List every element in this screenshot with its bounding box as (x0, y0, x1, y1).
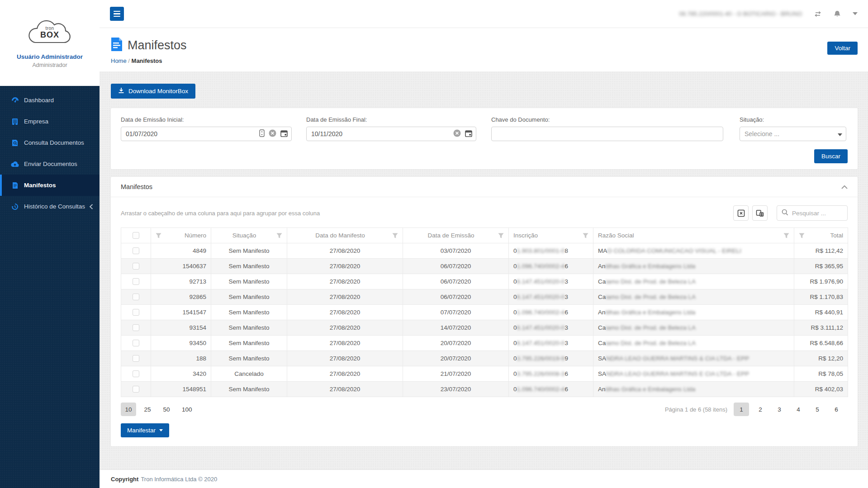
checkbox[interactable] (133, 370, 139, 377)
filters-card: Data de Emissão Inicial: (111, 108, 858, 169)
cell-total: R$ 3.111,12 (794, 320, 848, 336)
emissao-inicial-input[interactable] (126, 130, 259, 137)
page-2[interactable]: 2 (753, 403, 768, 416)
cell-data_manifesto: 27/08/2020 (287, 259, 403, 274)
column-header-razao_social[interactable]: Razão Social (593, 228, 794, 243)
checkbox[interactable] (133, 386, 139, 393)
date-stepper-icon[interactable] (259, 129, 265, 139)
table-row[interactable]: 3420Cancelado27/08/202021/07/202003.795.… (121, 366, 848, 382)
column-header-data_emissao[interactable]: Data de Emissão (403, 228, 509, 243)
page-5[interactable]: 5 (810, 403, 825, 416)
bell-icon[interactable] (834, 10, 841, 18)
filter-funnel-icon[interactable] (583, 233, 588, 238)
buscar-button[interactable]: Buscar (814, 149, 848, 163)
page-6[interactable]: 6 (829, 403, 844, 416)
cell-total: R$ 12,20 (794, 351, 848, 366)
checkbox[interactable] (133, 355, 139, 362)
sidebar-item-dashboard[interactable]: Dashboard (0, 90, 100, 111)
pager: 102550100 Página 1 de 6 (58 itens) 12345… (121, 403, 848, 416)
cell-data_emissao: 06/07/2020 (403, 274, 509, 289)
filter-funnel-icon[interactable] (498, 233, 504, 238)
sidebar-item-empresa[interactable]: Empresa (0, 111, 100, 132)
sidebar: tron BOX Usuário Administrador Administr… (0, 0, 100, 488)
filter-funnel-icon[interactable] (276, 233, 282, 238)
manifestar-caret-icon (159, 429, 163, 431)
checkbox[interactable] (133, 278, 139, 285)
checkbox[interactable] (133, 263, 139, 270)
page-4[interactable]: 4 (791, 403, 806, 416)
clear-date-icon[interactable] (453, 129, 461, 139)
checkbox[interactable] (133, 247, 139, 254)
emissao-final-input[interactable] (311, 130, 453, 137)
column-header-situacao[interactable]: Situação (211, 228, 287, 243)
cell-inscricao: 06.147.451/0020-03 (509, 274, 593, 289)
manifestos-table: NúmeroSituaçãoData do ManifestoData de E… (121, 227, 848, 397)
checkbox[interactable] (133, 340, 139, 346)
page-size-25[interactable]: 25 (140, 403, 155, 416)
cell-data_emissao: 07/07/2020 (403, 305, 509, 320)
checkbox[interactable] (133, 324, 139, 331)
user-menu-caret-icon[interactable] (853, 12, 858, 15)
select-all-checkbox[interactable] (121, 228, 151, 243)
calendar-icon[interactable] (465, 129, 472, 139)
calendar-icon[interactable] (280, 129, 288, 139)
content: Download MonitorBox Data de Emissão Inic… (100, 71, 868, 469)
cell-data_emissao: 20/07/2020 (403, 336, 509, 351)
cell-situacao: Sem Manifesto (211, 274, 287, 289)
checkbox[interactable] (133, 309, 139, 316)
table-row[interactable]: 4849Sem Manifesto27/08/202003/07/202001.… (121, 243, 848, 259)
breadcrumb-current: Manifestos (132, 57, 162, 64)
page-3[interactable]: 3 (772, 403, 787, 416)
column-header-data_manifesto[interactable]: Data do Manifesto (287, 228, 403, 243)
download-monitorbox-button[interactable]: Download MonitorBox (111, 84, 195, 99)
sidebar-item-consulta-documentos[interactable]: Consulta Documentos (0, 132, 100, 153)
table-row[interactable]: 1548951Sem Manifesto27/08/202023/07/2020… (121, 382, 848, 397)
grid-search-input[interactable] (792, 210, 843, 217)
table-row[interactable]: 93450Sem Manifesto27/08/202020/07/202006… (121, 336, 848, 351)
cell-data_emissao: 14/07/2020 (403, 320, 509, 336)
table-row[interactable]: 92713Sem Manifesto27/08/202006/07/202006… (121, 274, 848, 289)
sync-icon[interactable] (814, 10, 822, 18)
filter-funnel-icon[interactable] (783, 233, 789, 238)
page-size-10[interactable]: 10 (121, 403, 136, 416)
cell-data_emissao: 06/07/2020 (403, 259, 509, 274)
sidebar-item-historico-de-consultas[interactable]: Histórico de Consultas (0, 196, 100, 217)
checkbox[interactable] (133, 232, 139, 239)
checkbox[interactable] (133, 294, 139, 300)
filter-funnel-icon[interactable] (392, 233, 398, 238)
breadcrumb-home-link[interactable]: Home (111, 57, 127, 64)
column-header-inscricao[interactable]: Inscrição (509, 228, 593, 243)
table-row[interactable]: 92865Sem Manifesto27/08/202006/07/202006… (121, 289, 848, 305)
cell-inscricao: 01.903.801/0001-08 (509, 243, 593, 259)
row-select-cell (121, 305, 151, 320)
chave-documento-input[interactable] (496, 130, 719, 137)
page-size-100[interactable]: 100 (178, 403, 196, 416)
table-row[interactable]: 1540637Sem Manifesto27/08/202006/07/2020… (121, 259, 848, 274)
hamburger-menu-button[interactable] (110, 7, 124, 21)
cell-situacao: Cancelado (211, 366, 287, 382)
clear-date-icon[interactable] (269, 129, 276, 139)
voltar-button[interactable]: Voltar (827, 42, 858, 55)
sidebar-item-enviar-documentos[interactable]: Enviar Documentos (0, 153, 100, 175)
table-row[interactable]: 93154Sem Manifesto27/08/202014/07/202006… (121, 320, 848, 336)
manifestar-button[interactable]: Manifestar (121, 423, 169, 437)
collapse-panel-icon[interactable] (841, 185, 848, 189)
filter-funnel-icon[interactable] (799, 233, 805, 238)
cell-numero: 1540637 (151, 259, 211, 274)
filter-funnel-icon[interactable] (156, 233, 161, 238)
page-size-50[interactable]: 50 (159, 403, 174, 416)
export-excel-button[interactable] (733, 205, 749, 221)
column-chooser-button[interactable] (752, 205, 768, 221)
cell-total: R$ 1.170,83 (794, 289, 848, 305)
column-header-numero[interactable]: Número (151, 228, 211, 243)
row-select-cell (121, 259, 151, 274)
sidebar-item-manifestos[interactable]: Manifestos (0, 175, 100, 196)
table-row[interactable]: 188Sem Manifesto27/08/202020/07/202003.7… (121, 351, 848, 366)
emissao-final-label: Data de Emissão Final: (306, 116, 476, 123)
page-1[interactable]: 1 (734, 403, 749, 416)
cell-total: R$ 1.976,90 (794, 274, 848, 289)
column-header-total[interactable]: Total (794, 228, 848, 243)
table-row[interactable]: 1541547Sem Manifesto27/08/202007/07/2020… (121, 305, 848, 320)
cell-razao_social: Caiamo Dist. de Prod. de Beleza LA (593, 274, 794, 289)
situacao-select[interactable]: Selecione ... (740, 127, 846, 141)
